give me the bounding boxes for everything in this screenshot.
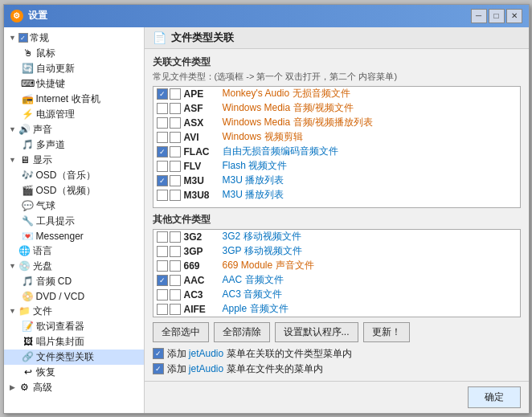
set-default-button[interactable]: 设置默认程序... xyxy=(275,322,358,342)
bottom-check-1[interactable]: ✓ xyxy=(153,348,164,359)
cb1-asx[interactable] xyxy=(157,117,168,129)
file-row-3gp[interactable]: 3GP 3GP 移动视频文件 xyxy=(153,244,520,259)
cb2-asf[interactable] xyxy=(170,103,181,114)
expand-disc[interactable]: ▼ xyxy=(7,260,18,272)
tree-item-multichannel[interactable]: 🎵 多声道 xyxy=(4,137,144,153)
tree-item-disc[interactable]: ▼ 💿 光盘 xyxy=(4,259,144,274)
file-row-m3u8[interactable]: M3U8 M3U 播放列表 xyxy=(153,188,520,202)
clear-all-button[interactable]: 全部清除 xyxy=(214,322,270,342)
tree-item-advanced[interactable]: ▶ ⚙ 高级 xyxy=(4,380,144,395)
cb2-flac[interactable] xyxy=(170,146,181,157)
cb1-flac[interactable]: ✓ xyxy=(157,146,168,157)
cb1-m3u[interactable]: ✓ xyxy=(157,175,168,186)
expand-sound[interactable]: ▼ xyxy=(7,124,18,135)
tree-item-dvd[interactable]: 📀 DVD / VCD xyxy=(4,289,144,304)
file-row-ape[interactable]: ✓ APE Monkey's Audio 无损音频文件 xyxy=(153,87,520,101)
cb1-asf[interactable] xyxy=(157,103,168,114)
file-row-ac3[interactable]: AC3 AC3 音频文件 xyxy=(153,288,520,302)
weather-icon: 💬 xyxy=(22,199,35,212)
cb1-3g2[interactable] xyxy=(157,231,168,243)
cb2-aac[interactable] xyxy=(170,275,181,286)
label-mouse: 鼠标 xyxy=(36,47,55,60)
tree-item-weather[interactable]: 💬 气球 xyxy=(4,198,144,214)
tree-item-autoupdate[interactable]: 🔄 自动更新 xyxy=(4,61,144,76)
update-button[interactable]: 更新！ xyxy=(363,322,410,342)
cb2-aife[interactable] xyxy=(170,304,181,315)
tree-item-internet[interactable]: 📻 Internet 收音机 xyxy=(4,92,144,107)
tree-item-osd-video[interactable]: 🎬 OSD（视频） xyxy=(4,183,144,198)
select-all-button[interactable]: 全部选中 xyxy=(153,322,209,342)
cb2-avi[interactable] xyxy=(170,132,181,143)
checkbox-general[interactable]: ✓ xyxy=(18,33,28,43)
tree-item-tooltip[interactable]: 🔧 工具提示 xyxy=(4,214,144,229)
label-osd-video: OSD（视频） xyxy=(36,184,96,198)
tree-item-filetype[interactable]: 🔗 文件类型关联 xyxy=(4,350,144,365)
cb2-ape[interactable] xyxy=(170,88,181,100)
cb1-aac[interactable]: ✓ xyxy=(157,275,168,286)
file-row-flv[interactable]: FLV Flash 视频文件 xyxy=(153,159,520,174)
tree-item-file[interactable]: ▼ 📁 文件 xyxy=(4,304,144,319)
label-audiocd: 音频 CD xyxy=(36,275,72,288)
file-row-669[interactable]: 669 669 Module 声音文件 xyxy=(153,259,520,273)
tree-item-messenger[interactable]: 💌 Messenger xyxy=(4,229,144,243)
file-row-avi[interactable]: AVI Windows 视频剪辑 xyxy=(153,130,520,145)
file-row-m3u[interactable]: ✓ M3U M3U 播放列表 xyxy=(153,174,520,188)
settings-tree[interactable]: ▼ ✓ 常规 🖱 鼠标 🔄 自动更新 ⌨ 快捷键 📻 xyxy=(4,27,145,413)
file-row-aac[interactable]: ✓ AAC AAC 音频文件 xyxy=(153,273,520,288)
cb1-flv[interactable] xyxy=(157,161,168,172)
file-row-aife[interactable]: AIFE Apple 音频文件 xyxy=(153,302,520,317)
restore-icon: ↩ xyxy=(22,366,35,378)
cb2-ac3[interactable] xyxy=(170,289,181,300)
cb2-asx[interactable] xyxy=(170,117,181,129)
tree-item-osd-music[interactable]: 🎶 OSD（音乐） xyxy=(4,168,144,183)
tree-item-general[interactable]: ▼ ✓ 常规 xyxy=(4,31,144,46)
cb1-m3u8[interactable] xyxy=(157,190,168,201)
expand-file[interactable]: ▼ xyxy=(7,305,18,317)
cb2-flv[interactable] xyxy=(170,161,181,172)
cb1-avi[interactable] xyxy=(157,132,168,143)
title-bar: ⚙ 设置 ─ □ ✕ xyxy=(4,5,529,27)
tree-item-audiocd[interactable]: 🎵 音频 CD xyxy=(4,274,144,289)
cb1-ac3[interactable] xyxy=(157,289,168,300)
expand-language[interactable] xyxy=(7,245,18,256)
bottom-check-2[interactable]: ✓ xyxy=(153,363,164,374)
sound-icon: 🔊 xyxy=(18,123,31,136)
file-row-asf[interactable]: ASF Windows Media 音频/视频文件 xyxy=(153,101,520,116)
tree-item-albumart[interactable]: 🖼 唱片集封面 xyxy=(4,334,144,350)
close-button[interactable]: ✕ xyxy=(506,9,522,23)
cb2-m3u8[interactable] xyxy=(170,190,181,201)
tree-item-mouse[interactable]: 🖱 鼠标 xyxy=(4,46,144,61)
ext-flv: FLV xyxy=(184,161,223,172)
expand-general[interactable]: ▼ xyxy=(7,32,18,43)
tree-item-power[interactable]: ⚡ 电源管理 xyxy=(4,107,144,122)
maximize-button[interactable]: □ xyxy=(489,9,505,23)
file-row-flac[interactable]: ✓ FLAC 自由无损音频编码音频文件 xyxy=(153,145,520,159)
cb1-ape[interactable]: ✓ xyxy=(157,88,168,100)
other-file-list[interactable]: 3G2 3G2 移动视频文件 3GP 3GP 移动视频文件 xyxy=(153,230,520,317)
bottom-check-label-1: 添加 jetAudio 菜单在关联的文件类型菜单内 xyxy=(167,347,352,361)
shortcut-icon: ⌨ xyxy=(22,77,35,90)
tree-item-language[interactable]: 🌐 语言 xyxy=(4,243,144,259)
cb1-669[interactable] xyxy=(157,260,168,272)
tree-item-shortcut[interactable]: ⌨ 快捷键 xyxy=(4,76,144,92)
cb1-aife[interactable] xyxy=(157,304,168,315)
cb2-m3u[interactable] xyxy=(170,175,181,186)
tree-item-sound[interactable]: ▼ 🔊 声音 xyxy=(4,122,144,137)
expand-advanced[interactable]: ▶ xyxy=(7,382,18,393)
cb2-3gp[interactable] xyxy=(170,246,181,257)
cb1-3gp[interactable] xyxy=(157,246,168,257)
cb2-669[interactable] xyxy=(170,260,181,272)
common-file-list-container: ✓ APE Monkey's Audio 无损音频文件 ASF Windows xyxy=(153,86,521,208)
file-row-asx[interactable]: ASX Windows Media 音频/视频播放列表 xyxy=(153,116,520,130)
expand-display[interactable]: ▼ xyxy=(7,154,18,166)
common-file-list[interactable]: ✓ APE Monkey's Audio 无损音频文件 ASF Windows xyxy=(153,87,520,207)
label-filetype: 文件类型关联 xyxy=(36,350,94,364)
tree-item-lyrics[interactable]: 📝 歌词查看器 xyxy=(4,319,144,334)
file-row-3g2[interactable]: 3G2 3G2 移动视频文件 xyxy=(153,230,520,244)
tree-item-display[interactable]: ▼ 🖥 显示 xyxy=(4,153,144,168)
tree-item-restore[interactable]: ↩ 恢复 xyxy=(4,365,144,380)
cb2-3g2[interactable] xyxy=(170,231,181,243)
label-internet: Internet 收音机 xyxy=(36,92,100,106)
minimize-button[interactable]: ─ xyxy=(471,9,487,23)
ok-button[interactable]: 确定 xyxy=(468,386,521,408)
